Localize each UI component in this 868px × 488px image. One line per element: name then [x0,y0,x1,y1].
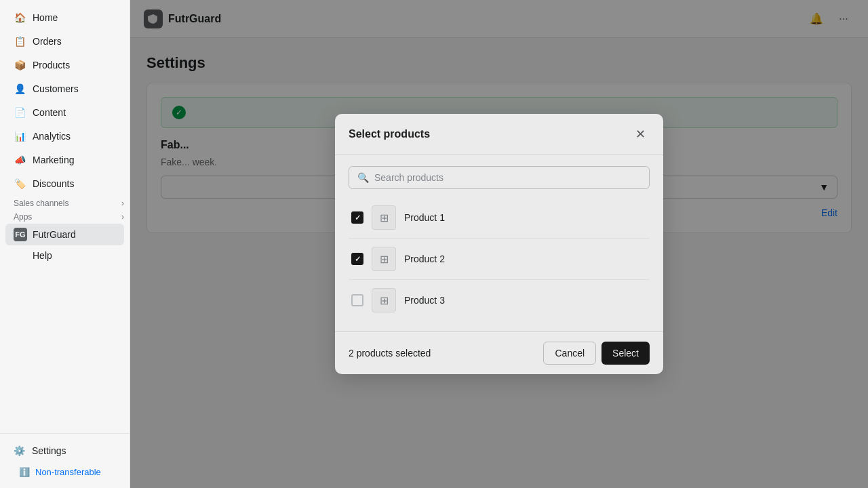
products-icon: 📦 [14,59,26,71]
product-item-3[interactable]: ⊞ Product 3 [349,280,650,321]
sidebar-nav: 🏠 Home 📋 Orders 📦 Products 👤 Customers 📄… [0,0,130,433]
sidebar-item-home[interactable]: 🏠 Home [5,6,124,29]
search-box: 🔍 [349,166,650,189]
product-3-name: Product 3 [404,295,445,306]
content-icon: 📄 [14,106,26,119]
product-item-1[interactable]: ⊞ Product 1 [349,197,650,239]
product-list: ⊞ Product 1 ⊞ Product 2 ⊞ Product 3 [349,197,650,321]
product-3-checkbox[interactable] [351,294,363,306]
cancel-button[interactable]: Cancel [543,342,596,365]
info-icon: ℹ️ [19,467,30,477]
sidebar-item-orders[interactable]: 📋 Orders [5,30,124,53]
modal-header: Select products ✕ [335,114,663,155]
orders-icon: 📋 [14,35,26,47]
product-2-checkbox[interactable] [351,253,363,265]
sidebar-item-settings[interactable]: ⚙️ Settings [5,440,124,462]
selected-count: 2 products selected [349,348,431,359]
product-1-name: Product 1 [404,212,445,223]
analytics-icon: 📊 [14,130,26,142]
search-input[interactable] [374,172,641,183]
product-1-checkbox[interactable] [351,211,363,224]
main-content: FutrGuard 🔔 ··· Settings ✓ Fab... Fake..… [130,0,868,488]
modal-title: Select products [349,128,430,140]
sidebar-item-futrguard[interactable]: FG FutrGuard [5,224,124,245]
modal-close-button[interactable]: ✕ [631,125,650,144]
app-icon: FG [14,228,27,241]
product-1-thumb: ⊞ [372,205,396,230]
sales-channels-section[interactable]: Sales channels › [0,196,130,209]
sidebar-item-marketing[interactable]: 📣 Marketing [5,148,124,171]
apps-expand-icon: › [121,212,124,222]
settings-icon: ⚙️ [14,445,25,456]
modal-footer: 2 products selected Cancel Select [335,331,663,374]
select-button[interactable]: Select [601,342,650,365]
modal-overlay[interactable]: Select products ✕ 🔍 ⊞ Product 1 [130,0,868,488]
product-2-thumb: ⊞ [372,247,396,271]
sidebar-item-discounts[interactable]: 🏷️ Discounts [5,172,124,195]
home-icon: 🏠 [14,12,26,24]
search-icon: 🔍 [357,172,369,183]
apps-section[interactable]: Apps › [0,209,130,223]
select-products-modal: Select products ✕ 🔍 ⊞ Product 1 [335,114,663,374]
sidebar: 🏠 Home 📋 Orders 📦 Products 👤 Customers 📄… [0,0,130,488]
sidebar-item-customers[interactable]: 👤 Customers [5,77,124,100]
sidebar-item-help[interactable]: Help [5,246,124,265]
product-3-thumb: ⊞ [372,288,396,312]
sidebar-item-content[interactable]: 📄 Content [5,101,124,124]
customers-icon: 👤 [14,83,26,95]
marketing-icon: 📣 [14,154,26,166]
modal-body: 🔍 ⊞ Product 1 ⊞ Product 2 [335,155,663,331]
sidebar-item-analytics[interactable]: 📊 Analytics [5,125,124,148]
expand-icon: › [121,199,124,208]
product-2-name: Product 2 [404,253,445,264]
modal-actions: Cancel Select [543,342,650,365]
discounts-icon: 🏷️ [14,178,26,190]
product-item-2[interactable]: ⊞ Product 2 [349,239,650,280]
sidebar-bottom: ⚙️ Settings ℹ️ Non-transferable [0,433,130,488]
non-transferable-item[interactable]: ℹ️ Non-transferable [11,463,119,481]
sidebar-item-products[interactable]: 📦 Products [5,54,124,77]
